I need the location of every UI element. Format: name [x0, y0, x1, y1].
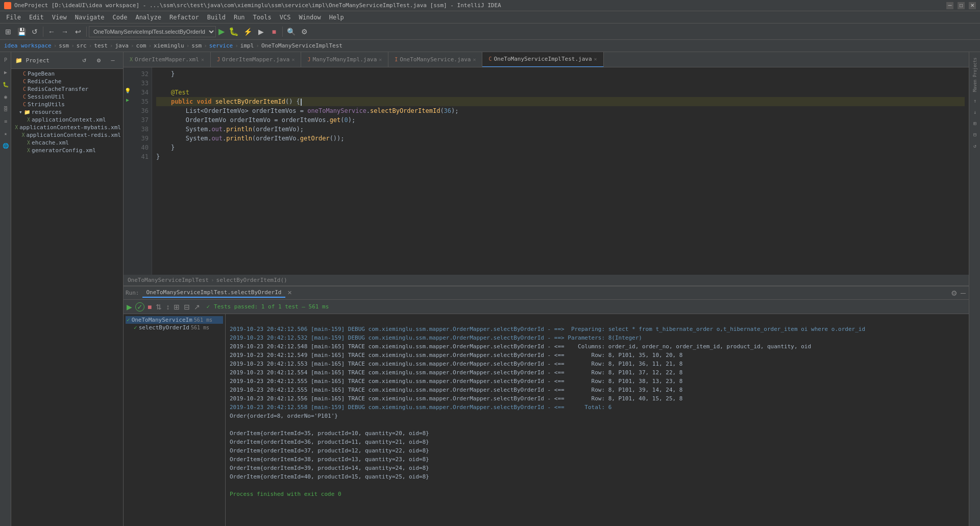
right-scroll-up[interactable]: ↑ [969, 95, 980, 106]
breadcrumb-ssm[interactable]: ssm [59, 42, 69, 49]
right-collapse-icon[interactable]: ⊟ [969, 129, 980, 140]
back-button[interactable]: ← [45, 26, 58, 38]
right-refresh-icon[interactable]: ↺ [969, 140, 980, 151]
tab-close-orderitemmapper-xml[interactable]: ✕ [201, 57, 204, 62]
tab-close-orderitemmapper-java[interactable]: ✕ [291, 57, 295, 62]
sidebar-favorites-icon[interactable]: ★ [0, 128, 11, 139]
tree-item-rediscachetransfer[interactable]: C RedisCacheTransfer [11, 85, 123, 93]
tab-manytomanyimpl[interactable]: J ManyToManyImpl.java ✕ [301, 52, 388, 67]
run-rerun-btn[interactable]: ✓ [135, 302, 144, 312]
run-collapse-btn[interactable]: ⊟ [183, 303, 191, 311]
menu-code[interactable]: Code [109, 13, 132, 22]
tree-item-rediscache[interactable]: C RedisCache [11, 78, 123, 85]
minimize-button[interactable]: ─ [946, 2, 953, 9]
tree-item-appcontext-mybatis[interactable]: X applicationContext-mybatis.xml [11, 124, 123, 131]
menu-view[interactable]: View [48, 13, 71, 22]
tab-onetomanyserviceimpltest[interactable]: C OneToManyServiceImplTest.java ✕ [482, 52, 603, 67]
project-close-btn[interactable]: ─ [107, 54, 119, 66]
breadcrumb-sep-10: › [256, 42, 259, 49]
run-play-btn[interactable]: ▶ [126, 303, 133, 311]
menu-analyze[interactable]: Analyze [131, 13, 165, 22]
run-minimize-btn[interactable]: ─ [960, 289, 967, 297]
tab-orderitemmapper-java[interactable]: J OrderItemMapper.java ✕ [211, 52, 302, 67]
run-stop-btn[interactable]: ■ [146, 303, 153, 311]
tab-orderitemmapper-xml[interactable]: X OrderItemMapper.xml ✕ [124, 52, 211, 67]
save-button[interactable]: 💾 [15, 26, 28, 38]
run-settings-btn[interactable]: ⚙ [950, 289, 959, 297]
menu-edit[interactable]: Edit [25, 13, 48, 22]
tab-label-onetomanyservice: OneToManyService.java [400, 56, 471, 63]
menu-tools[interactable]: Tools [249, 13, 276, 22]
build-button[interactable]: ⚡ [241, 26, 254, 38]
menu-refactor[interactable]: Refactor [165, 13, 203, 22]
editor-breadcrumb-method[interactable]: selectByOrderItemId() [216, 277, 287, 283]
project-icon[interactable]: ⊞ [2, 26, 14, 38]
tree-item-sessionutil[interactable]: C SessionUtil [11, 93, 123, 101]
sync-button[interactable]: ↺ [29, 26, 41, 38]
right-expand-icon[interactable]: ⊞ [969, 117, 980, 129]
menu-navigate[interactable]: Navigate [71, 13, 109, 22]
tab-onetomanyservice[interactable]: I OneToManyService.java ✕ [388, 52, 482, 67]
run-tree-methoditem[interactable]: ✓ selectByOrderId 561 ms [126, 324, 223, 331]
tab-close-onetomanyservice[interactable]: ✕ [473, 57, 476, 62]
project-sync-btn[interactable]: ↺ [78, 54, 90, 66]
maximize-button[interactable]: □ [958, 2, 965, 9]
run-method-label: selectByOrderId [139, 324, 189, 331]
menu-help[interactable]: Help [325, 13, 348, 22]
sidebar-event-icon[interactable]: ◉ [0, 91, 11, 102]
run-sort-btn[interactable]: ⇅ [155, 303, 163, 311]
tree-item-appcontext[interactable]: X applicationContext.xml [11, 116, 123, 124]
sidebar-structure-icon[interactable]: ≡ [0, 115, 11, 127]
settings-button[interactable]: ⚙ [298, 26, 310, 38]
breadcrumb-xieminglu[interactable]: xieminglu [154, 42, 184, 49]
run-export-btn[interactable]: ↗ [193, 303, 201, 311]
close-button[interactable]: ✕ [969, 2, 976, 9]
project-settings-btn[interactable]: ⚙ [92, 54, 105, 66]
tree-item-ehcache[interactable]: X ehcache.xml [11, 139, 123, 147]
breadcrumb-com[interactable]: com [136, 42, 146, 49]
sidebar-project-icon[interactable]: P [0, 54, 11, 65]
breadcrumb-src[interactable]: src [77, 42, 87, 49]
breadcrumb-test[interactable]: test [94, 42, 108, 49]
recent-button[interactable]: ↩ [72, 26, 84, 38]
maven-projects-icon[interactable]: Maven Projects [969, 54, 980, 95]
editor-breadcrumb-class[interactable]: OneToManyServiceImplTest [128, 277, 209, 283]
right-scroll-down[interactable]: ↓ [969, 106, 980, 117]
coverage-button[interactable]: ▶ [255, 26, 267, 38]
menu-window[interactable]: Window [295, 13, 325, 22]
run-tree-classitem[interactable]: ✓ OneToManyServiceIm 561 ms [126, 316, 223, 324]
forward-button[interactable]: → [59, 26, 71, 38]
sidebar-web-icon[interactable]: 🌐 [0, 140, 11, 151]
menu-vcs[interactable]: VCS [276, 13, 295, 22]
breadcrumb-service[interactable]: service [209, 42, 233, 49]
run-output[interactable]: 2019-10-23 20:42:12.506 [main-159] DEBUG… [226, 314, 969, 526]
search-button[interactable]: 🔍 [285, 26, 297, 38]
sidebar-database-icon[interactable]: 🗄 [0, 103, 11, 114]
tab-close-onetomanyserviceimpltest[interactable]: ✕ [594, 56, 597, 62]
menu-run[interactable]: Run [230, 13, 249, 22]
breadcrumb-ssm2[interactable]: ssm [191, 42, 202, 49]
breadcrumb-java[interactable]: java [115, 42, 129, 49]
tab-close-manytomanyimpl[interactable]: ✕ [379, 57, 382, 62]
sidebar-run-icon[interactable]: ▶ [0, 66, 11, 78]
run-expand-btn[interactable]: ⊞ [173, 303, 181, 311]
stop-button[interactable]: ■ [268, 26, 280, 38]
tree-item-stringutils[interactable]: C StringUtils [11, 101, 123, 108]
breadcrumb-file[interactable]: OneToManyServiceImplTest [261, 42, 342, 49]
run-config-dropdown[interactable]: OneToManyServiceImplTest.selectByOrderId [89, 26, 216, 37]
run-tab-close[interactable]: ✕ [286, 290, 293, 296]
menu-build[interactable]: Build [203, 13, 230, 22]
code-content[interactable]: } @Test public void selectByOrderItemId(… [152, 67, 969, 275]
breadcrumb-idea-workspace[interactable]: idea workspace [4, 42, 52, 49]
sidebar-debug-icon[interactable]: 🐛 [0, 79, 11, 90]
run-sort-alpha-btn[interactable]: ↕ [165, 303, 170, 311]
menu-file[interactable]: File [2, 13, 25, 22]
tree-item-resources[interactable]: ▾ 📁 resources [11, 108, 123, 116]
run-button[interactable]: ▶ [217, 27, 226, 36]
tree-item-appcontext-redis[interactable]: X applicationContext-redis.xml [11, 131, 123, 139]
tree-item-generatorconfig[interactable]: X generatorConfig.xml [11, 147, 123, 154]
tree-item-pagebean[interactable]: C PageBean [11, 70, 123, 78]
debug-button[interactable]: 🐛 [227, 27, 240, 36]
breadcrumb-impl[interactable]: impl [240, 42, 254, 49]
tab-run[interactable]: OneToManyServiceImplTest.selectByOrderId [142, 288, 286, 298]
